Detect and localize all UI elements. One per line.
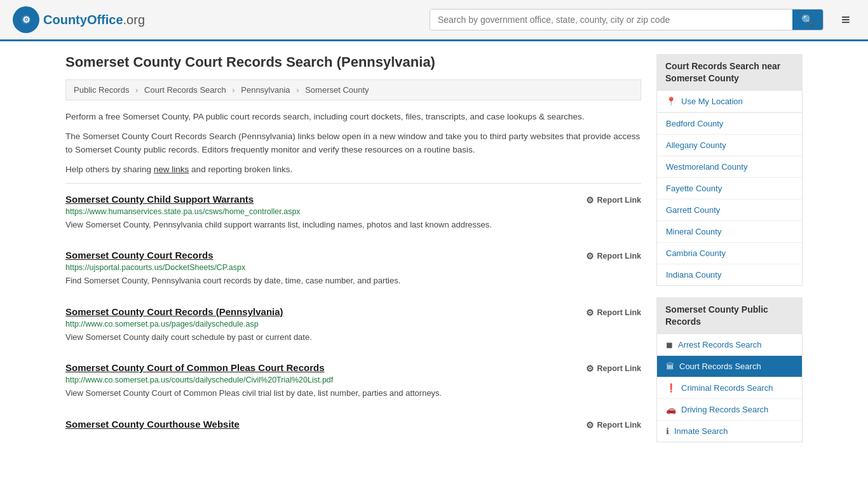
record-label: Driving Records Search: [681, 405, 768, 414]
report-link[interactable]: ⚙ Report Link: [586, 195, 641, 205]
results-container: Somerset County Child Support Warrants ⚙…: [65, 194, 641, 437]
report-link-label: Report Link: [597, 196, 641, 205]
nearby-county-item: Mineral County: [657, 221, 802, 243]
result-item: Somerset County Child Support Warrants ⚙…: [65, 194, 641, 236]
description-3: Help others by sharing new links and rep…: [65, 163, 641, 177]
result-title-link[interactable]: Somerset County Courthouse Website: [65, 419, 240, 430]
report-icon: ⚙: [586, 363, 594, 374]
record-icon: 🏛: [666, 362, 674, 371]
nearby-county-link[interactable]: Westmoreland County: [657, 156, 802, 177]
public-records-list: ◼ Arrest Records Search 🏛 Court Records …: [656, 334, 803, 442]
result-item: Somerset County Court Records (Pennsylva…: [65, 306, 641, 349]
nearby-list: 📍 Use My Location Bedford CountyAllegany…: [656, 91, 803, 286]
search-button[interactable]: 🔍: [792, 10, 823, 30]
result-title-link[interactable]: Somerset County Court Records (Pennsylva…: [65, 306, 283, 317]
record-icon: 🚗: [666, 405, 676, 414]
result-url[interactable]: https://ujsportal.pacourts.us/DocketShee…: [65, 263, 641, 272]
nearby-county-item: Fayette County: [657, 178, 802, 200]
breadcrumb: Public Records › Court Records Search › …: [65, 79, 641, 100]
result-item: Somerset County Court Records ⚙ Report L…: [65, 250, 641, 292]
page-title: Somerset County Court Records Search (Pe…: [65, 54, 641, 71]
result-desc: View Somerset County daily court schedul…: [65, 331, 641, 344]
nearby-county-item: Indiana County: [657, 264, 802, 285]
divider: [65, 183, 641, 184]
description-2: The Somerset County Court Records Search…: [65, 130, 641, 157]
result-url[interactable]: http://www.co.somerset.pa.us/courts/dail…: [65, 376, 641, 384]
report-link-label: Report Link: [597, 252, 641, 261]
result-item: Somerset County Courthouse Website ⚙ Rep…: [65, 419, 641, 437]
nearby-title: Court Records Search near Somerset Count…: [656, 54, 803, 91]
record-icon: ❗: [666, 383, 676, 393]
breadcrumb-pennsylvania[interactable]: Pennsylvania: [241, 85, 290, 95]
public-records-title: Somerset County Public Records: [656, 297, 803, 334]
public-record-link[interactable]: ℹ Inmate Search: [657, 421, 802, 442]
nearby-county-item: Cambria County: [657, 243, 802, 264]
report-link-label: Report Link: [597, 421, 641, 430]
report-icon: ⚙: [586, 420, 594, 430]
public-record-item: 🚗 Driving Records Search: [657, 399, 802, 421]
site-header: ⚙ CountyOffice.org 🔍 ≡: [0, 0, 868, 41]
result-desc: Find Somerset County, Pennsylvania court…: [65, 274, 641, 287]
search-input[interactable]: [430, 10, 792, 30]
result-url[interactable]: http://www.co.somerset.pa.us/pages/daily…: [65, 320, 641, 329]
nearby-county-link[interactable]: Indiana County: [657, 264, 802, 285]
report-link[interactable]: ⚙ Report Link: [586, 251, 641, 261]
search-bar: 🔍: [430, 9, 824, 30]
report-link[interactable]: ⚙ Report Link: [586, 363, 641, 374]
nearby-county-item: Westmoreland County: [657, 156, 802, 178]
nearby-county-link[interactable]: Bedford County: [657, 113, 802, 134]
use-location-item: 📍 Use My Location: [657, 91, 802, 113]
report-icon: ⚙: [586, 308, 594, 318]
record-icon: ℹ: [666, 426, 669, 436]
public-record-link[interactable]: ◼ Arrest Records Search: [657, 334, 802, 355]
result-title-link[interactable]: Somerset County Court Records: [65, 250, 214, 261]
nearby-county-link[interactable]: Allegany County: [657, 135, 802, 156]
hamburger-menu[interactable]: ≡: [836, 8, 855, 31]
report-link[interactable]: ⚙ Report Link: [586, 308, 641, 318]
svg-text:⚙: ⚙: [22, 15, 31, 25]
record-label: Criminal Records Search: [681, 383, 773, 393]
report-icon: ⚙: [586, 251, 594, 261]
description-1: Perform a free Somerset County, PA publi…: [65, 111, 641, 124]
public-record-item: ◼ Arrest Records Search: [657, 334, 802, 356]
result-item: Somerset County Court of Common Pleas Co…: [65, 362, 641, 405]
logo-icon: ⚙: [13, 6, 39, 33]
breadcrumb-public-records[interactable]: Public Records: [74, 85, 129, 95]
public-record-link[interactable]: 🚗 Driving Records Search: [657, 399, 802, 420]
result-title-link[interactable]: Somerset County Court of Common Pleas Co…: [65, 362, 325, 373]
result-desc: View Somerset County, Pennsylvania child…: [65, 219, 641, 231]
nearby-county-item: Bedford County: [657, 113, 802, 135]
record-label: Court Records Search: [679, 362, 761, 371]
nearby-county-item: Garrett County: [657, 200, 802, 221]
public-record-item: ℹ Inmate Search: [657, 421, 802, 442]
record-label: Arrest Records Search: [678, 340, 762, 349]
logo-link[interactable]: ⚙ CountyOffice.org: [13, 6, 145, 33]
public-record-item: ❗ Criminal Records Search: [657, 377, 802, 399]
nearby-county-item: Allegany County: [657, 135, 802, 156]
breadcrumb-current: Somerset County: [305, 85, 369, 95]
report-link[interactable]: ⚙ Report Link: [586, 420, 641, 430]
report-link-label: Report Link: [597, 308, 641, 317]
result-title-link[interactable]: Somerset County Child Support Warrants: [65, 194, 254, 205]
report-icon: ⚙: [586, 195, 594, 205]
sidebar: Court Records Search near Somerset Count…: [656, 54, 803, 451]
result-desc: View Somerset County Court of Common Ple…: [65, 387, 641, 400]
main-content: Somerset County Court Records Search (Pe…: [65, 54, 641, 451]
nearby-county-link[interactable]: Fayette County: [657, 178, 802, 199]
public-record-item: 🏛 Court Records Search: [657, 356, 802, 377]
new-links-link[interactable]: new links: [154, 165, 189, 174]
public-record-link[interactable]: 🏛 Court Records Search: [657, 356, 802, 377]
breadcrumb-court-records-search[interactable]: Court Records Search: [144, 85, 226, 95]
location-pin-icon: 📍: [666, 97, 676, 106]
nearby-county-link[interactable]: Cambria County: [657, 243, 802, 264]
result-url[interactable]: https://www.humanservices.state.pa.us/cs…: [65, 207, 641, 216]
nearby-county-link[interactable]: Garrett County: [657, 200, 802, 220]
record-label: Inmate Search: [674, 426, 728, 436]
nearby-county-link[interactable]: Mineral County: [657, 221, 802, 242]
public-record-link[interactable]: ❗ Criminal Records Search: [657, 377, 802, 398]
record-icon: ◼: [666, 340, 673, 349]
logo-text: CountyOffice.org: [43, 13, 145, 27]
use-location-link[interactable]: 📍 Use My Location: [657, 91, 802, 112]
report-link-label: Report Link: [597, 364, 641, 373]
use-location-label: Use My Location: [681, 97, 743, 106]
